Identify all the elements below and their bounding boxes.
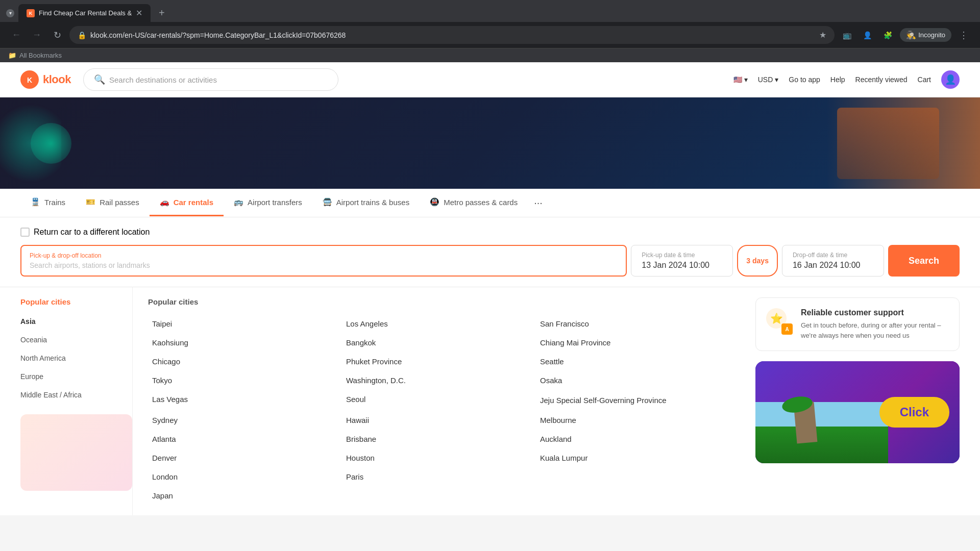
user-avatar[interactable]: 👤 xyxy=(941,70,960,89)
city-los-angeles[interactable]: Los Angeles xyxy=(342,314,536,333)
city-kaohsiung[interactable]: Kaohsiung xyxy=(148,333,342,352)
car-rentals-icon: 🚗 xyxy=(160,197,169,207)
currency-selector[interactable]: USD ▾ xyxy=(758,76,779,84)
tab-close-btn[interactable]: ✕ xyxy=(136,8,142,18)
tab-group-arrow[interactable]: ▾ xyxy=(6,9,14,17)
flag-icon: 🇺🇸 xyxy=(733,76,742,84)
city-london[interactable]: London xyxy=(148,467,342,486)
checkbox-icon[interactable] xyxy=(20,228,30,237)
city-osaka[interactable]: Osaka xyxy=(536,371,730,390)
tab-airport-transfers[interactable]: 🚌 Airport transfers xyxy=(224,189,312,216)
recently-viewed-link[interactable]: Recently viewed xyxy=(855,76,908,84)
city-melbourne[interactable]: Melbourne xyxy=(536,411,730,430)
cities-panel-title: Popular cities xyxy=(148,297,730,306)
go-to-app-link[interactable]: Go to app xyxy=(789,76,820,84)
lock-icon: 🔒 xyxy=(78,31,86,39)
search-button[interactable]: Search xyxy=(888,245,960,277)
promo-click-label: Click xyxy=(900,405,929,419)
city-hawaii[interactable]: Hawaii xyxy=(342,411,536,430)
more-tabs-button[interactable]: ··· xyxy=(528,189,549,217)
active-tab[interactable]: K Find Cheap Car Rental Deals & ✕ xyxy=(18,4,151,22)
sidebar-item-asia[interactable]: Asia xyxy=(20,312,132,331)
incognito-badge: 🕵 Incognito xyxy=(900,28,951,42)
right-panel: ⭐ A Reliable customer support Get in tou… xyxy=(745,287,960,515)
tab-favicon: K xyxy=(27,9,35,17)
sidebar-item-north-america[interactable]: North America xyxy=(20,349,132,367)
more-icon: ··· xyxy=(534,197,543,209)
city-chicago[interactable]: Chicago xyxy=(148,352,342,371)
city-seattle[interactable]: Seattle xyxy=(536,352,730,371)
city-washington-dc[interactable]: Washington, D.C. xyxy=(342,371,536,390)
support-card-title: Reliable customer support xyxy=(801,308,949,317)
city-atlanta[interactable]: Atlanta xyxy=(148,430,342,448)
city-kuala-lumpur[interactable]: Kuala Lumpur xyxy=(536,448,730,467)
refresh-button[interactable]: ↻ xyxy=(49,27,65,43)
car-rentals-label: Car rentals xyxy=(174,198,213,207)
city-tokyo[interactable]: Tokyo xyxy=(148,371,342,390)
city-denver[interactable]: Denver xyxy=(148,448,342,467)
pickup-date-field[interactable]: Pick-up date & time 13 Jan 2024 10:00 xyxy=(631,245,733,277)
city-paris[interactable]: Paris xyxy=(342,467,536,486)
city-bangkok[interactable]: Bangkok xyxy=(342,333,536,352)
incognito-icon: 🕵 xyxy=(906,30,916,40)
city-phuket[interactable]: Phuket Province xyxy=(342,352,536,371)
address-bar[interactable]: 🔒 klook.com/en-US/car-rentals/?spm=Home.… xyxy=(69,26,835,44)
new-tab-button[interactable]: + xyxy=(153,5,171,21)
header-search-placeholder: Search destinations or activities xyxy=(109,76,217,84)
logo-icon: K xyxy=(20,70,39,89)
city-san-francisco[interactable]: San Francisco xyxy=(536,314,730,333)
profile-icon[interactable]: 👤 xyxy=(859,27,875,43)
dropoff-date-field[interactable]: Drop-off date & time 16 Jan 2024 10:00 xyxy=(782,245,884,277)
back-button[interactable]: ← xyxy=(8,27,24,43)
sidebar-item-europe[interactable]: Europe xyxy=(20,367,132,386)
forward-button[interactable]: → xyxy=(29,27,45,43)
sidebar: Popular cities Asia Oceania North Americ… xyxy=(20,287,133,515)
return-car-checkbox[interactable]: Return car to a different location xyxy=(20,228,960,237)
support-card: ⭐ A Reliable customer support Get in tou… xyxy=(755,297,960,351)
promo-click-button[interactable]: Click xyxy=(879,397,949,428)
search-button-label: Search xyxy=(909,256,939,266)
tab-airport-trains-buses[interactable]: 🚍 Airport trains & buses xyxy=(312,189,420,216)
header-search-bar[interactable]: 🔍 Search destinations or activities xyxy=(83,68,338,91)
promo-beach-image xyxy=(755,361,888,463)
city-sydney[interactable]: Sydney xyxy=(148,411,342,430)
tab-title: Find Cheap Car Rental Deals & xyxy=(39,9,132,17)
city-chiang-mai[interactable]: Chiang Mai Province xyxy=(536,333,730,352)
language-selector[interactable]: 🇺🇸 ▾ xyxy=(733,76,748,84)
sidebar-item-middle-east[interactable]: Middle East / Africa xyxy=(20,386,132,404)
airport-transfers-icon: 🚌 xyxy=(234,197,243,207)
airport-trains-icon: 🚍 xyxy=(323,197,332,207)
location-input[interactable]: Pick-up & drop-off location Search airpo… xyxy=(20,245,627,277)
logo[interactable]: K klook xyxy=(20,70,71,89)
tab-metro-passes[interactable]: 🚇 Metro passes & cards xyxy=(420,189,528,216)
tab-trains[interactable]: 🚆 Trains xyxy=(20,189,76,216)
sidebar-item-oceania[interactable]: Oceania xyxy=(20,331,132,349)
city-empty-3 xyxy=(536,486,730,505)
days-badge[interactable]: 3 days xyxy=(737,245,778,277)
menu-button[interactable]: ⋮ xyxy=(955,27,972,43)
city-jeju[interactable]: Jeju Special Self-Governing Province xyxy=(536,390,730,411)
help-link[interactable]: Help xyxy=(830,76,845,84)
url-text: klook.com/en-US/car-rentals/?spm=Home.Ca… xyxy=(90,31,815,39)
city-taipei[interactable]: Taipei xyxy=(148,314,342,333)
city-auckland[interactable]: Auckland xyxy=(536,430,730,448)
promo-banner: Click xyxy=(755,361,960,463)
city-seoul[interactable]: Seoul xyxy=(342,390,536,411)
pickup-date-value: 13 Jan 2024 10:00 xyxy=(642,261,722,270)
cart-link[interactable]: Cart xyxy=(918,76,931,84)
support-card-desc: Get in touch before, during or after you… xyxy=(801,320,949,340)
city-brisbane[interactable]: Brisbane xyxy=(342,430,536,448)
tab-bar: ▾ K Find Cheap Car Rental Deals & ✕ + xyxy=(0,0,980,22)
city-las-vegas[interactable]: Las Vegas xyxy=(148,390,342,411)
city-houston[interactable]: Houston xyxy=(342,448,536,467)
cast-icon[interactable]: 📺 xyxy=(839,27,855,43)
page-content: K klook 🔍 Search destinations or activit… xyxy=(0,62,980,515)
tab-rail-passes[interactable]: 🎫 Rail passes xyxy=(76,189,150,216)
browser-chrome: ▾ K Find Cheap Car Rental Deals & ✕ + ← … xyxy=(0,0,980,62)
extensions-icon[interactable]: 🧩 xyxy=(879,27,896,43)
tab-car-rentals[interactable]: 🚗 Car rentals xyxy=(150,189,224,216)
city-japan[interactable]: Japan xyxy=(148,486,342,505)
trains-icon: 🚆 xyxy=(31,197,40,207)
bookmark-star-icon[interactable]: ★ xyxy=(819,30,826,40)
site-header: K klook 🔍 Search destinations or activit… xyxy=(0,62,980,97)
